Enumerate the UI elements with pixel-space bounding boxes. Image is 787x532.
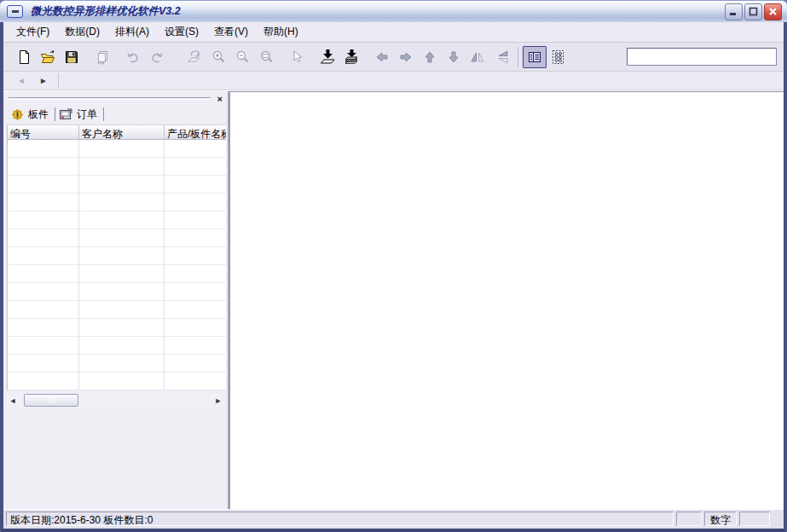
select-cursor-icon: [289, 49, 304, 65]
flip-vertical-button[interactable]: [489, 46, 513, 68]
table-cell: [79, 319, 165, 336]
table-cell: [8, 319, 79, 336]
table-row[interactable]: [8, 283, 226, 301]
table-cell: [8, 337, 79, 354]
rotate-part-button[interactable]: [182, 46, 206, 68]
table-row[interactable]: [8, 247, 226, 265]
copy-button[interactable]: [90, 46, 114, 68]
redo-button[interactable]: [145, 46, 169, 68]
save-button[interactable]: [60, 46, 84, 68]
menu-view[interactable]: 查看(V): [206, 22, 256, 42]
import-sheet-button[interactable]: [315, 46, 339, 68]
scroll-right-button[interactable]: ►: [212, 396, 224, 405]
table-row[interactable]: [8, 355, 226, 373]
table-row[interactable]: [8, 158, 226, 176]
menu-settings[interactable]: 设置(S): [157, 22, 206, 42]
table-cell: [8, 158, 79, 175]
undo-button[interactable]: [121, 46, 145, 68]
table-row[interactable]: [8, 140, 226, 158]
table-cell: [79, 194, 165, 211]
dots-grid-button[interactable]: [547, 46, 570, 68]
table-cell: [8, 247, 79, 264]
table-row[interactable]: [8, 265, 226, 283]
menu-file[interactable]: 文件(F): [9, 22, 57, 42]
window-title: 微光数控异形排样优化软件V3.2: [31, 4, 725, 19]
tab-orders[interactable]: 订单: [57, 106, 101, 124]
app-icon[interactable]: [7, 5, 23, 18]
zoom-region-icon: [258, 49, 274, 65]
move-down-icon: [446, 49, 461, 65]
menu-nesting[interactable]: 排料(A): [107, 22, 157, 42]
status-bar: 版本日期:2015-6-30 板件数目:0 数字: [3, 509, 784, 529]
table-row[interactable]: [8, 211, 226, 229]
table-cell: [8, 140, 79, 157]
toolbar-input[interactable]: [627, 48, 777, 66]
move-up-icon: [422, 49, 437, 65]
table-cell: [8, 265, 79, 282]
dock-nav-bar: ◄ ►: [3, 72, 784, 90]
select-cursor-button[interactable]: [285, 46, 309, 68]
tab-panels[interactable]: 板件: [9, 106, 53, 124]
table-cell: [79, 301, 165, 318]
dock-close-icon: ×: [217, 94, 223, 104]
table-row[interactable]: [8, 176, 226, 194]
table-cell: [8, 211, 79, 228]
move-up-button[interactable]: [418, 46, 442, 68]
dock-back-button[interactable]: ◄: [10, 73, 32, 89]
panel-table-body[interactable]: [8, 140, 226, 390]
column-header-id[interactable]: 编号: [8, 125, 79, 139]
dock-empty-area: [7, 407, 226, 509]
rotate-part-icon: [187, 49, 202, 65]
table-row[interactable]: [8, 337, 226, 355]
table-cell: [79, 211, 165, 228]
table-row[interactable]: [8, 194, 226, 211]
minimize-icon: [729, 7, 738, 16]
panel-list-icon: [527, 49, 542, 65]
new-button[interactable]: [12, 46, 36, 68]
dock-close-button[interactable]: ×: [216, 95, 224, 103]
table-row[interactable]: [8, 319, 226, 337]
panel-table: 编号 客户名称 产品/板件名称: [7, 124, 226, 390]
open-button[interactable]: [36, 46, 60, 68]
dock-gripper[interactable]: [9, 97, 211, 100]
zoom-in-button[interactable]: [206, 46, 230, 68]
flip-horizontal-icon: [470, 49, 485, 65]
zoom-out-icon: [234, 49, 250, 65]
drawing-canvas[interactable]: [229, 91, 784, 509]
import-stack-button[interactable]: [339, 46, 363, 68]
move-right-button[interactable]: [394, 46, 418, 68]
scroll-thumb[interactable]: [24, 394, 78, 407]
scroll-left-button[interactable]: ◄: [7, 396, 19, 405]
panel-list-toggle-button[interactable]: [523, 46, 547, 68]
table-row[interactable]: [8, 373, 226, 390]
flip-vertical-icon: [494, 49, 509, 65]
menu-data[interactable]: 数据(D): [57, 22, 107, 42]
panel-table-header: 编号 客户名称 产品/板件名称: [8, 124, 226, 140]
zoom-in-icon: [211, 49, 226, 65]
status-pane-1: [676, 512, 702, 526]
maximize-button[interactable]: [744, 3, 762, 20]
status-message: 版本日期:2015-6-30 板件数目:0: [6, 512, 674, 526]
flip-horizontal-button[interactable]: [466, 46, 489, 68]
move-left-button[interactable]: [370, 46, 394, 68]
zoom-region-button[interactable]: [254, 46, 278, 68]
copy-icon: [95, 49, 110, 65]
table-cell: [79, 140, 165, 157]
dock-header: ×: [7, 93, 226, 104]
dock-forward-button[interactable]: ►: [32, 73, 55, 89]
table-cell: [8, 301, 79, 318]
move-down-button[interactable]: [442, 46, 466, 68]
maximize-icon: [749, 7, 758, 16]
minimize-button[interactable]: [725, 3, 743, 20]
close-button[interactable]: [764, 3, 782, 20]
table-row[interactable]: [8, 229, 226, 247]
table-cell: [8, 194, 79, 211]
menu-help[interactable]: 帮助(H): [256, 22, 306, 42]
column-header-customer[interactable]: 客户名称: [79, 125, 165, 139]
scroll-track[interactable]: [19, 394, 212, 407]
column-header-product[interactable]: 产品/板件名称: [165, 125, 226, 139]
table-row[interactable]: [8, 301, 226, 319]
zoom-out-button[interactable]: [230, 46, 254, 68]
table-cell: [79, 373, 165, 390]
table-cell: [79, 283, 165, 300]
